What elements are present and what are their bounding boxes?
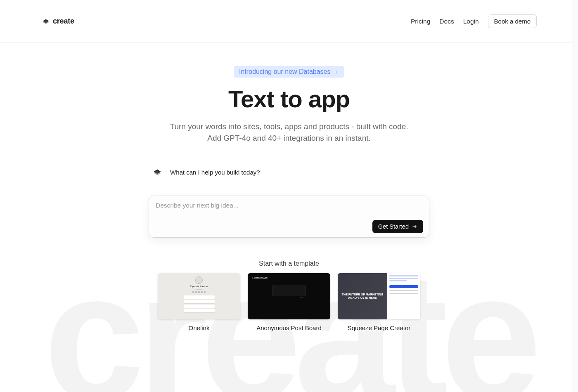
nav-pricing[interactable]: Pricing bbox=[411, 18, 430, 25]
announcement-banner[interactable]: Introducing our new Databases → bbox=[234, 66, 344, 78]
nav-login[interactable]: Login bbox=[463, 18, 479, 25]
arrow-right-icon bbox=[412, 224, 417, 229]
idea-input[interactable] bbox=[156, 202, 423, 218]
logo-icon bbox=[41, 17, 50, 26]
hero-section: Introducing our new Databases → Text to … bbox=[0, 66, 578, 144]
logo-icon bbox=[152, 167, 163, 177]
prompt-section: What can I help you build today? Get Sta… bbox=[149, 167, 429, 238]
assistant-prompt: What can I help you build today? bbox=[152, 167, 429, 177]
book-demo-button[interactable]: Book a demo bbox=[488, 14, 537, 28]
brand-logo[interactable]: create bbox=[41, 17, 74, 26]
top-nav: Pricing Docs Login Book a demo bbox=[411, 14, 537, 28]
hero-subtitle-line1: Turn your words into sites, tools, apps … bbox=[0, 121, 578, 132]
template-onelink[interactable]: Cynthia Barlow — — — Onelink bbox=[158, 273, 240, 331]
site-header: create Pricing Docs Login Book a demo bbox=[0, 0, 578, 43]
brand-name: create bbox=[53, 17, 74, 26]
idea-input-card: Get Started bbox=[149, 196, 429, 238]
assistant-prompt-text: What can I help you build today? bbox=[170, 169, 260, 176]
template-thumbnail: ⌂ Whisperwall bbox=[248, 273, 330, 319]
template-label: Squeeze Page Creator bbox=[338, 324, 420, 331]
get-started-label: Get Started bbox=[378, 223, 409, 230]
nav-docs[interactable]: Docs bbox=[439, 18, 454, 25]
hero-title: Text to app bbox=[0, 85, 578, 113]
scrollbar-track[interactable] bbox=[572, 0, 578, 392]
get-started-button[interactable]: Get Started bbox=[372, 220, 423, 233]
hero-subtitle: Turn your words into sites, tools, apps … bbox=[0, 121, 578, 144]
templates-heading: Start with a template bbox=[157, 260, 421, 267]
templates-row: Cynthia Barlow — — — Onelink ⌂ Whisperwa… bbox=[157, 273, 421, 331]
template-thumbnail: Cynthia Barlow — — — bbox=[158, 273, 240, 319]
template-anonymous-post-board[interactable]: ⌂ Whisperwall Anonymous Post Board bbox=[248, 273, 330, 331]
template-thumbnail: THE FUTURE OF MARKETING ANALYTICS IS HER… bbox=[338, 273, 420, 319]
hero-subtitle-line2: Add GPT-4o and 40+ integrations in an in… bbox=[0, 132, 578, 144]
template-label: Anonymous Post Board bbox=[248, 324, 330, 331]
template-squeeze-page-creator[interactable]: THE FUTURE OF MARKETING ANALYTICS IS HER… bbox=[338, 273, 420, 331]
template-label: Onelink bbox=[158, 324, 240, 331]
templates-section: Start with a template Cynthia Barlow — —… bbox=[157, 260, 421, 331]
